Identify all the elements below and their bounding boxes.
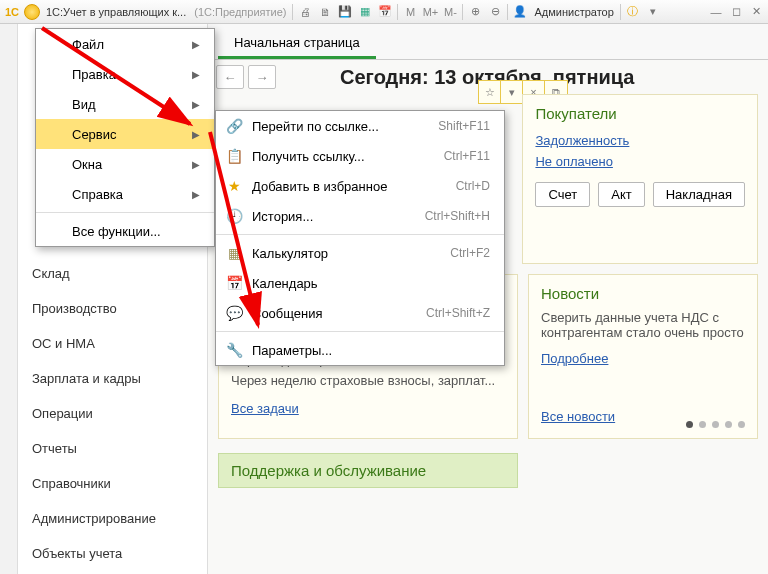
menu-add-favorite[interactable]: ★Добавить в избранноеCtrl+D xyxy=(216,171,504,201)
news-title: Новости xyxy=(541,285,745,302)
user-icon: 👤 xyxy=(511,3,529,21)
menu-help[interactable]: Справка▶ xyxy=(36,179,214,209)
news-pagination-dots[interactable] xyxy=(686,421,745,428)
menu-windows[interactable]: Окна▶ xyxy=(36,149,214,179)
zoom-out-icon[interactable]: ⊖ xyxy=(486,3,504,21)
menu-goto-link[interactable]: 🔗Перейти по ссылке...Shift+F11 xyxy=(216,111,504,141)
link-icon: 🔗 xyxy=(224,118,244,134)
menu-edit[interactable]: Правка▶ xyxy=(36,59,214,89)
btn-nakladnaya[interactable]: Накладная xyxy=(653,182,745,207)
tab-start-page[interactable]: Начальная страница xyxy=(218,27,376,59)
news-card: Новости Сверить данные учета НДС с контр… xyxy=(528,274,758,439)
user-name: Администратор xyxy=(534,6,613,18)
menu-get-link[interactable]: 📋Получить ссылку...Ctrl+F11 xyxy=(216,141,504,171)
nav-operations[interactable]: Операции xyxy=(18,396,207,431)
star-icon: ★ xyxy=(224,178,244,194)
minimize-icon[interactable]: — xyxy=(707,3,725,21)
history-icon: 🕘 xyxy=(224,208,244,224)
btn-schet[interactable]: Счет xyxy=(535,182,590,207)
link-debt[interactable]: Задолженность xyxy=(535,133,629,148)
menu-calendar[interactable]: 📅Календарь xyxy=(216,268,504,298)
get-link-icon: 📋 xyxy=(224,148,244,164)
tasks-inweek: Через неделю страховые взносы, зарплат..… xyxy=(231,373,505,388)
support-bar[interactable]: Поддержка и обслуживание xyxy=(218,453,518,488)
menu-all-functions[interactable]: Все функции... xyxy=(36,216,214,246)
back-button[interactable]: ← xyxy=(216,65,244,89)
buyers-card: Покупатели Задолженность Не оплачено Сче… xyxy=(522,94,758,264)
link-unpaid[interactable]: Не оплачено xyxy=(535,154,612,169)
service-submenu: 🔗Перейти по ссылке...Shift+F11 📋Получить… xyxy=(215,110,505,366)
menu-service[interactable]: Сервис▶ xyxy=(36,119,214,149)
nav-zarplata[interactable]: Зарплата и кадры xyxy=(18,361,207,396)
main-menu: Файл▶ Правка▶ Вид▶ Сервис▶ Окна▶ Справка… xyxy=(35,28,215,247)
menu-view[interactable]: Вид▶ xyxy=(36,89,214,119)
zoom-in-icon[interactable]: ⊕ xyxy=(466,3,484,21)
nav-sklad[interactable]: Склад xyxy=(18,256,207,291)
nav-objects[interactable]: Объекты учета xyxy=(18,536,207,571)
menu-calculator[interactable]: ▦КалькуляторCtrl+F2 xyxy=(216,238,504,268)
menu-file[interactable]: Файл▶ xyxy=(36,29,214,59)
nav-proizvodstvo[interactable]: Производство xyxy=(18,291,207,326)
calendar-toolbar-icon[interactable]: 📅 xyxy=(376,3,394,21)
calendar-icon: 📅 xyxy=(224,275,244,291)
menu-parameters[interactable]: 🔧Параметры... xyxy=(216,335,504,365)
m-plus-icon[interactable]: M+ xyxy=(421,3,439,21)
dropdown-icon[interactable]: ▾ xyxy=(644,3,662,21)
menu-history[interactable]: 🕘История...Ctrl+Shift+H xyxy=(216,201,504,231)
link-all-news[interactable]: Все новости xyxy=(541,409,615,424)
nav-sprav[interactable]: Справочники xyxy=(18,466,207,501)
nav-admin[interactable]: Администрирование xyxy=(18,501,207,536)
messages-icon: 💬 xyxy=(224,305,244,321)
nav-os[interactable]: ОС и НМА xyxy=(18,326,207,361)
window-title: 1С:Учет в управляющих к... xyxy=(46,6,186,18)
link-all-tasks[interactable]: Все задачи xyxy=(231,401,299,416)
news-body: Сверить данные учета НДС с контрагентам … xyxy=(541,310,745,340)
link-news-more[interactable]: Подробнее xyxy=(541,351,608,366)
wrench-icon: 🔧 xyxy=(224,342,244,358)
menu-dropdown-icon[interactable] xyxy=(23,3,41,21)
app-icon: 1C xyxy=(3,3,21,21)
window-subtitle: (1С:Предприятие) xyxy=(194,6,286,18)
m-icon[interactable]: M xyxy=(401,3,419,21)
titlebar: 1C 1С:Учет в управляющих к... (1С:Предпр… xyxy=(0,0,768,24)
save-icon[interactable]: 💾 xyxy=(336,3,354,21)
print-preview-icon[interactable]: 🗎 xyxy=(316,3,334,21)
close-icon[interactable]: ✕ xyxy=(747,3,765,21)
menu-messages[interactable]: 💬СообщенияCtrl+Shift+Z xyxy=(216,298,504,328)
btn-akt[interactable]: Акт xyxy=(598,182,644,207)
nav-reports[interactable]: Отчеты xyxy=(18,431,207,466)
forward-button[interactable]: → xyxy=(248,65,276,89)
maximize-icon[interactable]: ◻ xyxy=(727,3,745,21)
calculator-toolbar-icon[interactable]: ▦ xyxy=(356,3,374,21)
calculator-icon: ▦ xyxy=(224,245,244,261)
m-minus-icon[interactable]: M- xyxy=(441,3,459,21)
left-rail xyxy=(0,24,18,574)
buyers-title: Покупатели xyxy=(535,105,745,122)
help-icon[interactable]: ⓘ xyxy=(624,3,642,21)
print-icon[interactable]: 🖨 xyxy=(296,3,314,21)
